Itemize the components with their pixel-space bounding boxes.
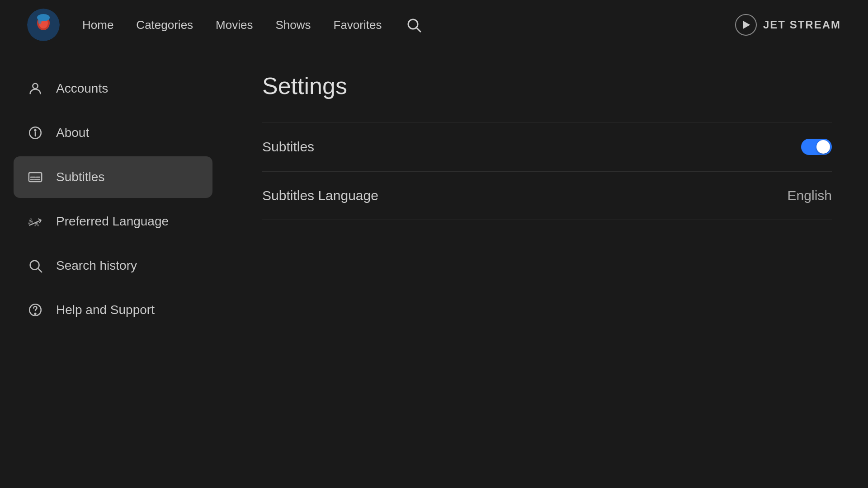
- topnav: Home Categories Movies Shows Favorites J…: [0, 0, 868, 50]
- svg-line-6: [417, 28, 420, 32]
- settings-content: Settings Subtitles Subtitles Language En…: [226, 50, 868, 488]
- help-icon: [27, 302, 43, 318]
- subtitles-language-row[interactable]: Subtitles Language English: [262, 172, 832, 220]
- svg-line-21: [38, 268, 42, 272]
- subtitles-row: Subtitles: [262, 122, 832, 172]
- sidebar-item-help-support-label: Help and Support: [56, 303, 155, 317]
- svg-point-8: [33, 84, 38, 89]
- sidebar-item-accounts[interactable]: Accounts: [14, 68, 212, 109]
- sidebar-item-subtitles-label: Subtitles: [56, 170, 104, 184]
- main-layout: Accounts About: [0, 50, 868, 488]
- person-icon: [27, 80, 43, 97]
- search-button[interactable]: [404, 15, 423, 34]
- svg-marker-7: [743, 21, 750, 29]
- svg-point-4: [38, 19, 42, 24]
- subtitles-language-label: Subtitles Language: [262, 188, 378, 203]
- nav-favorites[interactable]: Favorites: [334, 18, 382, 32]
- sidebar-item-about-label: About: [56, 126, 89, 140]
- sidebar-item-subtitles[interactable]: Subtitles: [14, 156, 212, 198]
- nav-home[interactable]: Home: [82, 18, 113, 32]
- svg-point-11: [35, 130, 36, 131]
- brand-name: JET STREAM: [763, 19, 841, 31]
- search-history-icon: [27, 258, 43, 274]
- subtitles-label: Subtitles: [262, 139, 314, 155]
- nav-shows[interactable]: Shows: [275, 18, 311, 32]
- settings-title: Settings: [262, 72, 832, 99]
- nav-links: Home Categories Movies Shows Favorites: [82, 15, 735, 34]
- sidebar-item-preferred-language[interactable]: A A Preferred Language: [14, 201, 212, 242]
- nav-categories[interactable]: Categories: [136, 18, 193, 32]
- sidebar-item-accounts-label: Accounts: [56, 81, 108, 96]
- nav-movies[interactable]: Movies: [216, 18, 253, 32]
- brand: JET STREAM: [735, 14, 841, 36]
- sidebar-item-search-history-label: Search history: [56, 258, 137, 273]
- info-icon: [27, 125, 43, 141]
- subtitles-language-value: English: [788, 188, 832, 203]
- subtitles-toggle[interactable]: [801, 139, 832, 155]
- toggle-knob: [816, 140, 830, 154]
- logo-avatar[interactable]: [27, 9, 60, 41]
- sidebar-item-about[interactable]: About: [14, 112, 212, 154]
- sidebar-item-help-support[interactable]: Help and Support: [14, 289, 212, 331]
- svg-point-23: [35, 313, 36, 314]
- sidebar: Accounts About: [0, 50, 226, 488]
- language-icon: A A: [27, 213, 43, 230]
- brand-icon: [735, 14, 757, 36]
- subtitles-icon: [27, 169, 43, 185]
- sidebar-item-search-history[interactable]: Search history: [14, 245, 212, 286]
- sidebar-item-preferred-language-label: Preferred Language: [56, 214, 169, 229]
